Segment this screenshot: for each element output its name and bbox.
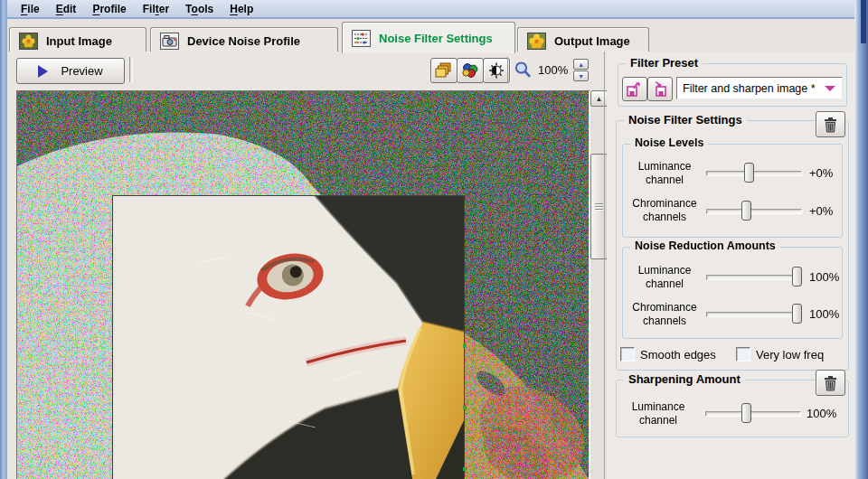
flower-icon (19, 33, 38, 50)
luminance-channel-label: Luminance channel (625, 160, 704, 187)
window-corner (861, 0, 866, 43)
chrominance-channels-label: Chrominance channels (625, 197, 704, 224)
load-preset-button[interactable] (622, 77, 647, 101)
slider-track[interactable] (706, 171, 802, 176)
slider-thumb[interactable] (744, 163, 754, 183)
chevron-down-icon (825, 86, 835, 91)
tab-noise-filter-settings[interactable]: Noise Filter Settings (342, 22, 515, 53)
seagull-preview-image (17, 91, 589, 479)
zoom-out-button[interactable]: ▼ (573, 70, 589, 81)
window-border-right (854, 0, 868, 479)
slider-track[interactable] (706, 209, 802, 214)
very-low-freq-checkbox[interactable] (736, 347, 750, 362)
magnifier-icon (514, 61, 533, 80)
preset-select[interactable]: Filter and sharpen image * (676, 77, 843, 99)
noise-reduction-amounts-group: Noise Reduction Amounts Luminance channe… (622, 247, 843, 339)
preview-label: Preview (61, 64, 102, 78)
content-area: Preview (7, 52, 854, 479)
noise-levels-group: Noise Levels Luminance channel +0% Chrom… (622, 144, 843, 238)
trash-icon (823, 375, 838, 391)
slider-track[interactable] (705, 411, 801, 417)
flower-icon (527, 33, 546, 50)
zoom-control: 100% ▲ ▼ (514, 58, 589, 81)
zoom-in-button[interactable]: ▲ (573, 59, 589, 70)
menu-tools[interactable]: Tools (177, 2, 222, 16)
preview-image-canvas[interactable] (16, 90, 590, 479)
menu-profile[interactable]: Profile (84, 2, 134, 16)
preview-button[interactable]: Preview (16, 58, 125, 84)
tab-output-image[interactable]: Output Image (517, 27, 649, 53)
slider-track[interactable] (706, 275, 802, 280)
zoom-spinner: ▲ ▼ (573, 59, 589, 81)
chrominance-channels-label: Chrominance channels (625, 301, 704, 328)
brightness-contrast-button[interactable] (483, 58, 510, 83)
noise-levels-title: Noise Levels (630, 136, 708, 149)
chrominance-reduction-slider[interactable] (706, 304, 802, 324)
sliders-icon (352, 30, 371, 47)
open-preset-icon (627, 81, 643, 97)
reset-noise-filter-button[interactable] (816, 111, 845, 137)
thumb-grip (595, 203, 603, 204)
color-channels-button[interactable] (457, 58, 484, 83)
sharpening-luminance-slider[interactable] (705, 403, 801, 423)
chrominance-reduction-value: 100% (809, 307, 839, 321)
luminance-noise-level-value: +0% (809, 166, 833, 180)
thumb-grip (595, 206, 603, 207)
luminance-channel-label: Luminance channel (625, 264, 704, 291)
cascade-windows-icon (435, 62, 453, 79)
brightness-icon (487, 62, 505, 79)
luminance-reduction-slider[interactable] (706, 267, 802, 286)
slider-thumb[interactable] (792, 267, 802, 286)
sharpening-amount-group: Sharpening Amount Luminance channel 100% (616, 380, 849, 437)
cascade-windows-button[interactable] (430, 58, 458, 83)
menu-help[interactable]: Help (222, 2, 261, 16)
tab-label: Output Image (554, 34, 630, 48)
preset-selected-value: Filter and sharpen image * (683, 82, 816, 95)
trash-icon (823, 117, 838, 133)
chrominance-noise-level-slider[interactable] (706, 201, 802, 221)
very-low-freq-label[interactable]: Very low freq (756, 348, 824, 362)
zoom-value: 100% (538, 63, 568, 77)
smooth-edges-checkbox[interactable] (620, 347, 635, 362)
noise-filter-settings-group: Noise Filter Settings Noise Levels Lumin… (616, 120, 849, 371)
slider-thumb[interactable] (741, 403, 751, 423)
noise-reduction-amounts-title: Noise Reduction Amounts (630, 240, 780, 252)
sharpening-amount-title: Sharpening Amount (624, 372, 745, 386)
play-icon (38, 65, 48, 78)
smooth-edges-label[interactable]: Smooth edges (640, 348, 716, 362)
filter-preset-group: Filter Preset Filter and sharpen image * (618, 63, 847, 107)
luminance-reduction-value: 100% (809, 270, 839, 284)
toolbar-separator (507, 57, 511, 82)
slider-thumb[interactable] (792, 304, 802, 324)
thumb-grip (595, 209, 603, 210)
tab-label: Device Noise Profile (187, 34, 300, 48)
color-circles-icon (461, 62, 479, 79)
menu-bar: File Edit Profile Filter Tools Help (7, 0, 854, 17)
sharpening-luminance-value: 100% (807, 407, 836, 420)
camera-icon (160, 33, 179, 50)
tab-device-noise-profile[interactable]: Device Noise Profile (150, 27, 338, 53)
settings-panel: Filter Preset Filter and sharpen image * (607, 52, 854, 479)
filter-preset-title: Filter Preset (626, 56, 703, 70)
luminance-channel-label: Luminance channel (618, 400, 698, 427)
menu-edit[interactable]: Edit (48, 2, 85, 16)
tab-label: Noise Filter Settings (379, 32, 493, 45)
tab-label: Input Image (46, 34, 112, 48)
menu-file[interactable]: File (13, 2, 48, 16)
menu-filter[interactable]: Filter (135, 2, 177, 16)
save-preset-button[interactable] (647, 77, 673, 101)
tab-strip: Input Image Device Noise Profile Noise F… (7, 17, 854, 53)
slider-thumb[interactable] (741, 201, 751, 221)
save-preset-icon (652, 81, 668, 97)
luminance-noise-level-slider[interactable] (706, 163, 802, 183)
reset-sharpening-button[interactable] (816, 370, 845, 396)
noise-filter-settings-title: Noise Filter Settings (624, 113, 747, 127)
chrominance-noise-level-value: +0% (809, 204, 833, 218)
tab-input-image[interactable]: Input Image (9, 27, 146, 53)
toolbar-separator (129, 57, 133, 82)
slider-track[interactable] (706, 312, 802, 317)
